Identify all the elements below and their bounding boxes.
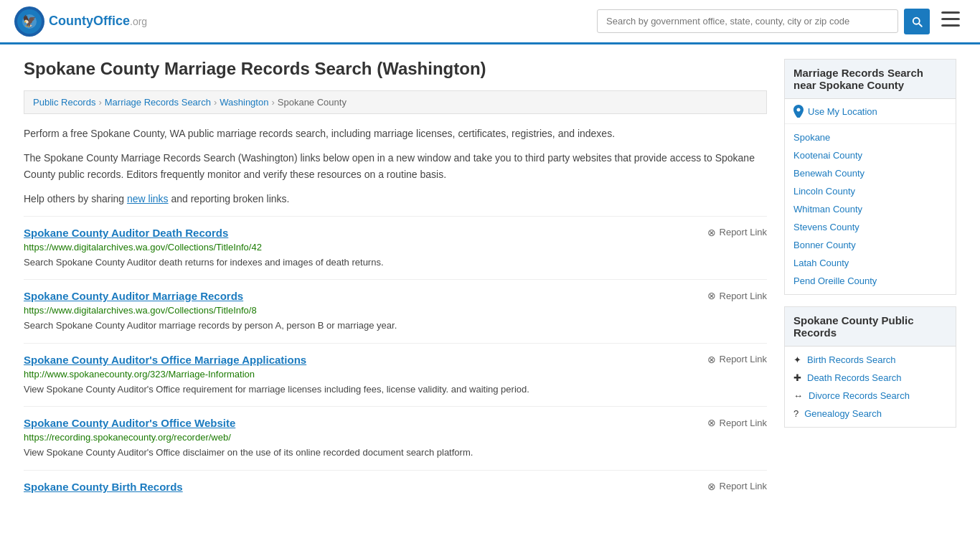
nearby-list-item[interactable]: Whitman County (785, 200, 956, 218)
nearby-links-list: SpokaneKootenai CountyBenewah CountyLinc… (785, 124, 956, 294)
description-2: The Spokane County Marriage Records Sear… (24, 150, 767, 182)
public-records-list-item[interactable]: ?Genealogy Search (785, 405, 956, 423)
nearby-list-item[interactable]: Latah County (785, 254, 956, 272)
breadcrumb-public-records[interactable]: Public Records (33, 97, 95, 108)
result-item: Spokane County Auditor Marriage Records … (24, 279, 767, 343)
report-link-2[interactable]: ⊗ Report Link (707, 354, 767, 365)
nearby-list-item[interactable]: Spokane (785, 128, 956, 146)
result-header-2: Spokane County Auditor's Office Marriage… (24, 354, 767, 366)
public-records-link-0[interactable]: Birth Records Search (807, 354, 896, 365)
result-title-0[interactable]: Spokane County Auditor Death Records (24, 227, 228, 239)
result-header-0: Spokane County Auditor Death Records ⊗ R… (24, 227, 767, 239)
nearby-list-item[interactable]: Benewah County (785, 164, 956, 182)
result-header-1: Spokane County Auditor Marriage Records … (24, 290, 767, 302)
svg-rect-6 (941, 24, 960, 27)
result-desc-3: View Spokane County Auditor's Office dis… (24, 446, 767, 460)
breadcrumb-sep-3: › (271, 97, 274, 108)
nearby-link-3[interactable]: Lincoln County (793, 186, 855, 197)
breadcrumb-sep-1: › (98, 97, 101, 108)
public-records-link-3[interactable]: Genealogy Search (804, 408, 882, 419)
breadcrumb: Public Records › Marriage Records Search… (24, 90, 767, 114)
report-link-0[interactable]: ⊗ Report Link (707, 227, 767, 238)
nearby-list-item[interactable]: Pend Oreille County (785, 272, 956, 290)
nearby-list-item[interactable]: Lincoln County (785, 182, 956, 200)
result-title-3[interactable]: Spokane County Auditor's Office Website (24, 417, 235, 429)
nearby-list-item[interactable]: Kootenai County (785, 146, 956, 164)
report-icon-3: ⊗ (707, 417, 716, 428)
report-icon-0: ⊗ (707, 227, 716, 238)
description-1: Perform a free Spokane County, WA public… (24, 126, 767, 141)
nearby-section: Marriage Records Search near Spokane Cou… (784, 59, 956, 295)
result-desc-1: Search Spokane County Auditor marriage r… (24, 319, 767, 333)
sidebar: Marriage Records Search near Spokane Cou… (784, 59, 956, 506)
report-link-3[interactable]: ⊗ Report Link (707, 417, 767, 428)
result-desc-0: Search Spokane County Auditor death retu… (24, 255, 767, 270)
public-records-section-header: Spokane County Public Records (785, 307, 956, 347)
breadcrumb-sep-2: › (214, 97, 217, 108)
report-icon-2: ⊗ (707, 354, 716, 365)
public-records-icon-3: ? (793, 408, 798, 419)
search-area (597, 9, 966, 34)
public-records-icon-0: ✦ (793, 354, 801, 365)
report-link-4[interactable]: ⊗ Report Link (707, 481, 767, 492)
svg-rect-4 (941, 11, 960, 14)
new-links-link[interactable]: new links (127, 193, 169, 204)
nearby-section-header: Marriage Records Search near Spokane Cou… (785, 60, 956, 99)
logo-brand: CountyOffice.org (49, 14, 147, 28)
nearby-link-7[interactable]: Latah County (793, 258, 849, 268)
page-title: Spokane County Marriage Records Search (… (24, 59, 767, 79)
nearby-list-item[interactable]: Bonner County (785, 236, 956, 254)
menu-button[interactable] (936, 9, 966, 34)
search-input[interactable] (597, 9, 898, 33)
hamburger-icon (941, 11, 960, 27)
result-desc-2: View Spokane County Auditor's Office req… (24, 382, 767, 397)
site-header: 🦅 CountyOffice.org (0, 0, 980, 44)
report-label-0: Report Link (720, 227, 767, 237)
desc3-post: and reporting broken links. (169, 193, 290, 204)
nearby-link-8[interactable]: Pend Oreille County (793, 276, 877, 286)
logo-area[interactable]: 🦅 CountyOffice.org (14, 6, 147, 37)
result-title-4[interactable]: Spokane County Birth Records (24, 481, 183, 493)
public-records-link-2[interactable]: Divorce Records Search (809, 390, 910, 401)
results-list: Spokane County Auditor Death Records ⊗ R… (24, 216, 767, 506)
public-records-link-1[interactable]: Death Records Search (807, 372, 902, 383)
public-records-list-item[interactable]: ✚Death Records Search (785, 369, 956, 387)
result-url-1: https://www.digitalarchives.wa.gov/Colle… (24, 305, 767, 316)
logo-icon: 🦅 (14, 6, 44, 37)
result-url-2: http://www.spokanecounty.org/323/Marriag… (24, 369, 767, 380)
main-layout: Spokane County Marriage Records Search (… (9, 44, 971, 506)
report-link-1[interactable]: ⊗ Report Link (707, 290, 767, 301)
report-label-4: Report Link (720, 481, 767, 491)
breadcrumb-washington[interactable]: Washington (220, 97, 268, 108)
result-title-2[interactable]: Spokane County Auditor's Office Marriage… (24, 354, 306, 366)
result-url-0: https://www.digitalarchives.wa.gov/Colle… (24, 242, 767, 253)
public-records-icon-1: ✚ (793, 372, 801, 383)
result-item: Spokane County Auditor Death Records ⊗ R… (24, 216, 767, 280)
main-content: Spokane County Marriage Records Search (… (24, 59, 767, 506)
nearby-link-4[interactable]: Whitman County (793, 204, 862, 215)
public-records-list: ✦Birth Records Search✚Death Records Sear… (785, 347, 956, 427)
nearby-link-2[interactable]: Benewah County (793, 168, 864, 179)
logo-text: CountyOffice.org (49, 14, 147, 29)
use-location-row[interactable]: Use My Location (785, 99, 956, 124)
nearby-link-1[interactable]: Kootenai County (793, 150, 862, 161)
result-header-3: Spokane County Auditor's Office Website … (24, 417, 767, 429)
result-header-4: Spokane County Birth Records ⊗ Report Li… (24, 481, 767, 493)
nearby-link-0[interactable]: Spokane (793, 132, 830, 143)
use-my-location-link[interactable]: Use My Location (808, 106, 877, 117)
location-pin-icon (793, 105, 804, 118)
public-records-list-item[interactable]: ✦Birth Records Search (785, 351, 956, 369)
search-icon (910, 15, 923, 28)
nearby-list-item[interactable]: Stevens County (785, 218, 956, 236)
nearby-link-6[interactable]: Bonner County (793, 240, 856, 250)
result-url-3: https://recording.spokanecounty.org/reco… (24, 432, 767, 443)
svg-rect-5 (941, 18, 960, 20)
result-item: Spokane County Auditor's Office Marriage… (24, 343, 767, 407)
breadcrumb-marriage-records[interactable]: Marriage Records Search (105, 97, 211, 108)
nearby-link-5[interactable]: Stevens County (793, 222, 859, 232)
svg-text:🦅: 🦅 (22, 14, 37, 28)
result-title-1[interactable]: Spokane County Auditor Marriage Records (24, 290, 243, 302)
public-records-list-item[interactable]: ↔Divorce Records Search (785, 387, 956, 405)
search-button[interactable] (904, 9, 930, 34)
report-label-2: Report Link (720, 354, 767, 364)
